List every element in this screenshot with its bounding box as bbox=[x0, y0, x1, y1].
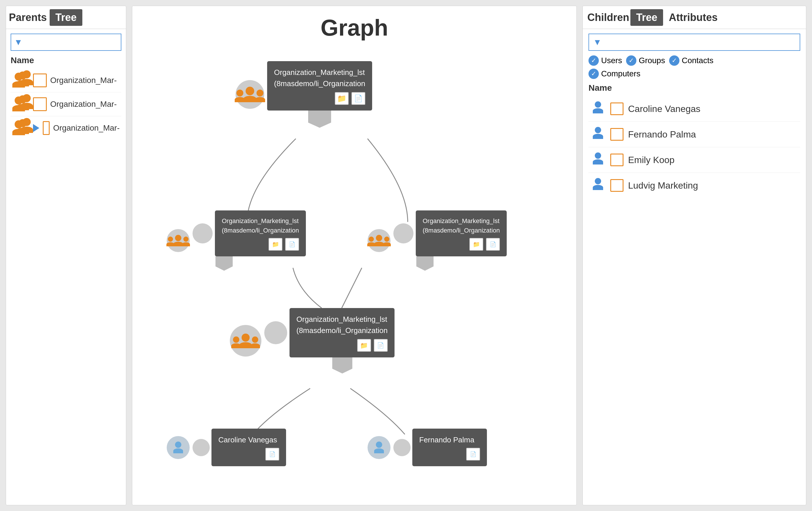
leaf-left-wrapper: Caroline Vanegas 📄 bbox=[167, 429, 286, 466]
root-avatar bbox=[236, 80, 264, 109]
right-filter-input[interactable]: ▼ bbox=[588, 34, 800, 51]
mid-left-avatar bbox=[167, 229, 190, 252]
mid-left-node-wrapper: Organization_Marketing_lst (8masdemo/li_… bbox=[167, 210, 306, 271]
right-tab-tree[interactable]: Tree bbox=[630, 9, 663, 26]
root-node[interactable]: Organization_Marketing_lst (8masdemo/li_… bbox=[267, 61, 372, 128]
group-icon bbox=[12, 120, 30, 136]
person-blue-icon-3 bbox=[590, 152, 606, 167]
person-blue-icon-2 bbox=[590, 127, 606, 142]
users-check-icon: ✓ bbox=[588, 55, 599, 66]
group-icon bbox=[12, 96, 30, 112]
doc-icon-lr[interactable]: 📄 bbox=[466, 448, 480, 460]
computers-check-icon: ✓ bbox=[588, 68, 599, 79]
left-panel-content: ▼ Name bbox=[6, 29, 126, 505]
right-tab-attributes[interactable]: Attributes bbox=[664, 9, 722, 26]
right-tab-label: Children bbox=[587, 11, 629, 24]
leaf-left-shield bbox=[193, 439, 210, 456]
right-col-header: Name bbox=[588, 83, 800, 93]
left-col-header: Name bbox=[10, 55, 121, 65]
right-list-item[interactable]: Emily Koop bbox=[588, 147, 800, 173]
mid-right-shield-top bbox=[394, 223, 413, 244]
person-blue-icon-1 bbox=[590, 101, 606, 116]
box-icon-r2 bbox=[610, 128, 624, 141]
mid-right-avatar bbox=[368, 229, 390, 252]
mid-right-node-wrapper: Organization_Marketing_lst (8masdemo/li_… bbox=[368, 210, 507, 271]
graph-container: Organization_Marketing_lst (8masdemo/li_… bbox=[132, 44, 577, 475]
right-item-text-3: Emily Koop bbox=[628, 155, 674, 165]
groups-check-icon: ✓ bbox=[626, 55, 636, 66]
bottom-avatar bbox=[230, 325, 261, 357]
list-item[interactable]: Organization_Mar- bbox=[10, 92, 121, 116]
list-item[interactable]: Organization_Mar- bbox=[10, 116, 121, 140]
leaf-left-node[interactable]: Caroline Vanegas 📄 bbox=[193, 429, 286, 466]
checkbox-computers[interactable]: ✓ Computers bbox=[588, 68, 640, 79]
mid-left-node[interactable]: Organization_Marketing_lst (8masdemo/li_… bbox=[193, 210, 306, 271]
left-tabs: Parents Tree bbox=[6, 6, 126, 29]
checkbox-row-1: ✓ Users ✓ Groups ✓ Contacts bbox=[588, 55, 800, 66]
checkbox-groups[interactable]: ✓ Groups bbox=[626, 55, 665, 66]
contacts-check-icon: ✓ bbox=[669, 55, 679, 66]
right-filter-icon: ▼ bbox=[593, 37, 602, 47]
arrow-icon bbox=[33, 124, 39, 132]
leaf-right-node[interactable]: Fernando Palma 📄 bbox=[394, 429, 487, 466]
bottom-center-text: Organization_Marketing_lst (8masdemo/li_… bbox=[290, 308, 395, 358]
left-item-text-3: Organization_Mar- bbox=[53, 123, 120, 133]
left-tab-label: Parents bbox=[9, 11, 50, 24]
leaf-left-text: Caroline Vanegas 📄 bbox=[211, 429, 286, 466]
bottom-shield-top bbox=[264, 321, 287, 344]
person-blue-icon-4 bbox=[590, 178, 606, 193]
right-list-item[interactable]: Fernando Palma bbox=[588, 122, 800, 147]
folder-icon-bc[interactable]: 📁 bbox=[357, 339, 371, 352]
checkbox-users[interactable]: ✓ Users bbox=[588, 55, 622, 66]
right-item-text-4: Ludvig Marketing bbox=[628, 180, 698, 191]
root-node-text: Organization_Marketing_lst (8masdemo/li_… bbox=[267, 61, 372, 111]
users-label: Users bbox=[601, 56, 622, 65]
left-filter-input[interactable]: ▼ bbox=[10, 34, 121, 51]
mid-left-text: Organization_Marketing_lst (8masdemo/li_… bbox=[215, 210, 306, 256]
mid-right-node[interactable]: Organization_Marketing_lst (8masdemo/li_… bbox=[394, 210, 507, 271]
graph-title: Graph bbox=[320, 6, 388, 44]
folder-icon-ml[interactable]: 📁 bbox=[268, 238, 282, 251]
left-item-text-1: Organization_Mar- bbox=[50, 76, 117, 85]
doc-icon-bc[interactable]: 📄 bbox=[374, 339, 388, 352]
box-icon bbox=[33, 74, 47, 87]
folder-icon-mr[interactable]: 📁 bbox=[469, 238, 483, 251]
root-node-icons: 📁 📄 bbox=[274, 92, 365, 105]
left-item-text-2: Organization_Mar- bbox=[50, 100, 117, 109]
doc-icon[interactable]: 📄 bbox=[351, 92, 365, 105]
leaf-left-avatar bbox=[167, 436, 190, 459]
box-icon-r4 bbox=[610, 179, 624, 192]
folder-icon[interactable]: 📁 bbox=[335, 92, 349, 105]
left-panel: Parents Tree ▼ Name bbox=[6, 6, 126, 505]
box-icon bbox=[43, 121, 50, 135]
filter-icon: ▼ bbox=[14, 37, 23, 47]
bottom-center-node[interactable]: Organization_Marketing_lst (8masdemo/li_… bbox=[264, 308, 395, 373]
bottom-center-node-wrapper: Organization_Marketing_lst (8masdemo/li_… bbox=[230, 308, 395, 373]
doc-icon-ml[interactable]: 📄 bbox=[285, 238, 299, 251]
computers-label: Computers bbox=[601, 69, 640, 78]
contacts-label: Contacts bbox=[682, 56, 714, 65]
right-list-item[interactable]: Caroline Vanegas bbox=[588, 96, 800, 122]
box-icon-r1 bbox=[610, 103, 624, 115]
root-node-wrapper: Organization_Marketing_lst (8masdemo/li_… bbox=[236, 61, 372, 128]
groups-label: Groups bbox=[639, 56, 665, 65]
doc-icon-mr[interactable]: 📄 bbox=[486, 238, 500, 251]
leaf-right-text: Fernando Palma 📄 bbox=[412, 429, 487, 466]
right-panel-content: ▼ ✓ Users ✓ Groups ✓ Contacts ✓ Computer… bbox=[583, 29, 806, 505]
right-panel: Children Tree Attributes ▼ ✓ Users ✓ Gro… bbox=[582, 6, 806, 505]
right-item-text-2: Fernando Palma bbox=[628, 129, 696, 140]
list-item[interactable]: Organization_Mar- bbox=[10, 68, 121, 92]
checkbox-contacts[interactable]: ✓ Contacts bbox=[669, 55, 714, 66]
group-icon bbox=[12, 73, 30, 88]
right-tabs: Children Tree Attributes bbox=[583, 6, 806, 29]
box-icon bbox=[33, 97, 47, 111]
box-icon-r3 bbox=[610, 153, 624, 166]
graph-area: Organization_Marketing_lst (8masdemo/li_… bbox=[132, 44, 576, 505]
leaf-right-wrapper: Fernando Palma 📄 bbox=[368, 429, 487, 466]
left-tab-tree[interactable]: Tree bbox=[50, 9, 82, 26]
doc-icon-ll[interactable]: 📄 bbox=[265, 448, 279, 460]
center-panel: Graph bbox=[132, 6, 577, 505]
leaf-right-shield bbox=[394, 439, 411, 456]
leaf-right-avatar bbox=[368, 436, 390, 459]
right-list-item[interactable]: Ludvig Marketing bbox=[588, 173, 800, 198]
